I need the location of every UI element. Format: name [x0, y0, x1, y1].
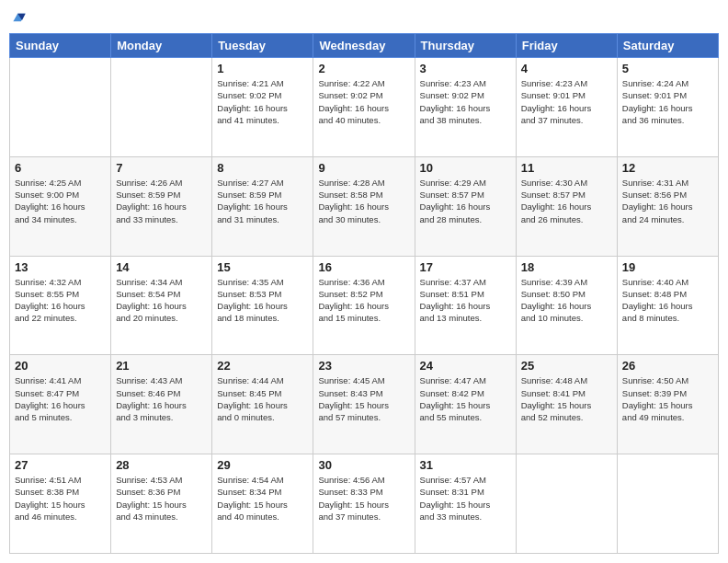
- day-number: 31: [420, 458, 511, 472]
- day-number: 10: [420, 161, 511, 175]
- day-cell: 30Sunrise: 4:56 AM Sunset: 8:33 PM Dayli…: [313, 454, 415, 554]
- day-number: 2: [318, 62, 409, 75]
- page: SundayMondayTuesdayWednesdayThursdayFrid…: [0, 0, 728, 563]
- weekday-header-friday: Friday: [516, 34, 617, 58]
- day-number: 6: [15, 161, 106, 175]
- day-info: Sunrise: 4:35 AM Sunset: 8:53 PM Dayligh…: [217, 276, 308, 325]
- day-info: Sunrise: 4:40 AM Sunset: 8:48 PM Dayligh…: [622, 276, 713, 325]
- day-info: Sunrise: 4:27 AM Sunset: 8:59 PM Dayligh…: [217, 177, 308, 225]
- day-cell: 1Sunrise: 4:21 AM Sunset: 9:02 PM Daylig…: [212, 58, 313, 157]
- day-info: Sunrise: 4:43 AM Sunset: 8:46 PM Dayligh…: [116, 374, 207, 423]
- header: [9, 9, 719, 26]
- day-info: Sunrise: 4:22 AM Sunset: 9:02 PM Dayligh…: [318, 77, 409, 126]
- day-number: 28: [116, 458, 207, 472]
- day-info: Sunrise: 4:56 AM Sunset: 8:33 PM Dayligh…: [318, 474, 409, 523]
- day-cell: [111, 58, 212, 157]
- day-cell: 12Sunrise: 4:31 AM Sunset: 8:56 PM Dayli…: [617, 156, 718, 256]
- day-cell: 6Sunrise: 4:25 AM Sunset: 9:00 PM Daylig…: [10, 156, 111, 256]
- day-number: 5: [622, 62, 713, 75]
- day-cell: [617, 454, 718, 554]
- day-cell: 25Sunrise: 4:48 AM Sunset: 8:41 PM Dayli…: [516, 355, 617, 454]
- day-cell: 19Sunrise: 4:40 AM Sunset: 8:48 PM Dayli…: [617, 256, 718, 355]
- day-number: 24: [420, 359, 511, 373]
- day-info: Sunrise: 4:41 AM Sunset: 8:47 PM Dayligh…: [15, 374, 106, 423]
- day-info: Sunrise: 4:48 AM Sunset: 8:41 PM Dayligh…: [521, 374, 612, 423]
- day-info: Sunrise: 4:54 AM Sunset: 8:34 PM Dayligh…: [217, 474, 308, 523]
- day-number: 8: [217, 161, 308, 175]
- day-cell: 3Sunrise: 4:23 AM Sunset: 9:02 PM Daylig…: [415, 58, 516, 157]
- day-info: Sunrise: 4:31 AM Sunset: 8:56 PM Dayligh…: [622, 177, 713, 225]
- calendar-table: SundayMondayTuesdayWednesdayThursdayFrid…: [9, 33, 719, 554]
- day-info: Sunrise: 4:47 AM Sunset: 8:42 PM Dayligh…: [420, 374, 511, 423]
- day-cell: 14Sunrise: 4:34 AM Sunset: 8:54 PM Dayli…: [111, 256, 212, 355]
- day-number: 29: [217, 458, 308, 472]
- day-number: 11: [521, 161, 612, 175]
- day-cell: 27Sunrise: 4:51 AM Sunset: 8:38 PM Dayli…: [10, 454, 111, 554]
- day-cell: 17Sunrise: 4:37 AM Sunset: 8:51 PM Dayli…: [415, 256, 516, 355]
- weekday-header-tuesday: Tuesday: [212, 34, 313, 58]
- day-cell: 22Sunrise: 4:44 AM Sunset: 8:45 PM Dayli…: [212, 355, 313, 454]
- day-info: Sunrise: 4:32 AM Sunset: 8:55 PM Dayligh…: [15, 276, 106, 325]
- day-cell: 28Sunrise: 4:53 AM Sunset: 8:36 PM Dayli…: [111, 454, 212, 554]
- day-info: Sunrise: 4:30 AM Sunset: 8:57 PM Dayligh…: [521, 177, 612, 225]
- weekday-header-saturday: Saturday: [617, 34, 718, 58]
- day-info: Sunrise: 4:23 AM Sunset: 9:01 PM Dayligh…: [521, 77, 612, 126]
- logo: [9, 9, 28, 26]
- week-row-1: 6Sunrise: 4:25 AM Sunset: 9:00 PM Daylig…: [10, 156, 719, 256]
- day-cell: [516, 454, 617, 554]
- day-cell: 5Sunrise: 4:24 AM Sunset: 9:01 PM Daylig…: [617, 58, 718, 157]
- day-cell: 31Sunrise: 4:57 AM Sunset: 8:31 PM Dayli…: [415, 454, 516, 554]
- day-info: Sunrise: 4:51 AM Sunset: 8:38 PM Dayligh…: [15, 474, 106, 523]
- day-cell: 18Sunrise: 4:39 AM Sunset: 8:50 PM Dayli…: [516, 256, 617, 355]
- day-info: Sunrise: 4:57 AM Sunset: 8:31 PM Dayligh…: [420, 474, 511, 523]
- week-row-2: 13Sunrise: 4:32 AM Sunset: 8:55 PM Dayli…: [10, 256, 719, 355]
- day-number: 7: [116, 161, 207, 175]
- day-info: Sunrise: 4:53 AM Sunset: 8:36 PM Dayligh…: [116, 474, 207, 523]
- day-number: 13: [15, 260, 106, 274]
- day-cell: 10Sunrise: 4:29 AM Sunset: 8:57 PM Dayli…: [415, 156, 516, 256]
- day-number: 4: [521, 62, 612, 75]
- day-number: 30: [318, 458, 409, 472]
- day-number: 22: [217, 359, 308, 373]
- day-number: 27: [15, 458, 106, 472]
- day-number: 1: [217, 62, 308, 75]
- week-row-3: 20Sunrise: 4:41 AM Sunset: 8:47 PM Dayli…: [10, 355, 719, 454]
- day-info: Sunrise: 4:45 AM Sunset: 8:43 PM Dayligh…: [318, 374, 409, 423]
- day-cell: 24Sunrise: 4:47 AM Sunset: 8:42 PM Dayli…: [415, 355, 516, 454]
- day-cell: 7Sunrise: 4:26 AM Sunset: 8:59 PM Daylig…: [111, 156, 212, 256]
- day-number: 15: [217, 260, 308, 274]
- day-number: 19: [622, 260, 713, 274]
- week-row-4: 27Sunrise: 4:51 AM Sunset: 8:38 PM Dayli…: [10, 454, 719, 554]
- day-info: Sunrise: 4:28 AM Sunset: 8:58 PM Dayligh…: [318, 177, 409, 225]
- day-cell: 23Sunrise: 4:45 AM Sunset: 8:43 PM Dayli…: [313, 355, 415, 454]
- weekday-header-sunday: Sunday: [10, 34, 111, 58]
- day-cell: [10, 58, 111, 157]
- day-info: Sunrise: 4:25 AM Sunset: 9:00 PM Dayligh…: [15, 177, 106, 225]
- day-info: Sunrise: 4:21 AM Sunset: 9:02 PM Dayligh…: [217, 77, 308, 126]
- day-number: 14: [116, 260, 207, 274]
- logo-icon: [11, 9, 28, 26]
- day-info: Sunrise: 4:39 AM Sunset: 8:50 PM Dayligh…: [521, 276, 612, 325]
- day-cell: 21Sunrise: 4:43 AM Sunset: 8:46 PM Dayli…: [111, 355, 212, 454]
- day-info: Sunrise: 4:29 AM Sunset: 8:57 PM Dayligh…: [420, 177, 511, 225]
- day-cell: 29Sunrise: 4:54 AM Sunset: 8:34 PM Dayli…: [212, 454, 313, 554]
- day-number: 3: [420, 62, 511, 75]
- weekday-header-wednesday: Wednesday: [313, 34, 415, 58]
- week-row-0: 1Sunrise: 4:21 AM Sunset: 9:02 PM Daylig…: [10, 58, 719, 157]
- day-cell: 2Sunrise: 4:22 AM Sunset: 9:02 PM Daylig…: [313, 58, 415, 157]
- day-number: 23: [318, 359, 409, 373]
- day-info: Sunrise: 4:37 AM Sunset: 8:51 PM Dayligh…: [420, 276, 511, 325]
- day-number: 18: [521, 260, 612, 274]
- day-cell: 4Sunrise: 4:23 AM Sunset: 9:01 PM Daylig…: [516, 58, 617, 157]
- day-cell: 26Sunrise: 4:50 AM Sunset: 8:39 PM Dayli…: [617, 355, 718, 454]
- day-cell: 9Sunrise: 4:28 AM Sunset: 8:58 PM Daylig…: [313, 156, 415, 256]
- day-cell: 13Sunrise: 4:32 AM Sunset: 8:55 PM Dayli…: [10, 256, 111, 355]
- day-info: Sunrise: 4:24 AM Sunset: 9:01 PM Dayligh…: [622, 77, 713, 126]
- day-info: Sunrise: 4:26 AM Sunset: 8:59 PM Dayligh…: [116, 177, 207, 225]
- weekday-header-monday: Monday: [111, 34, 212, 58]
- day-number: 20: [15, 359, 106, 373]
- day-number: 12: [622, 161, 713, 175]
- day-info: Sunrise: 4:50 AM Sunset: 8:39 PM Dayligh…: [622, 374, 713, 423]
- day-number: 16: [318, 260, 409, 274]
- weekday-header-row: SundayMondayTuesdayWednesdayThursdayFrid…: [10, 34, 719, 58]
